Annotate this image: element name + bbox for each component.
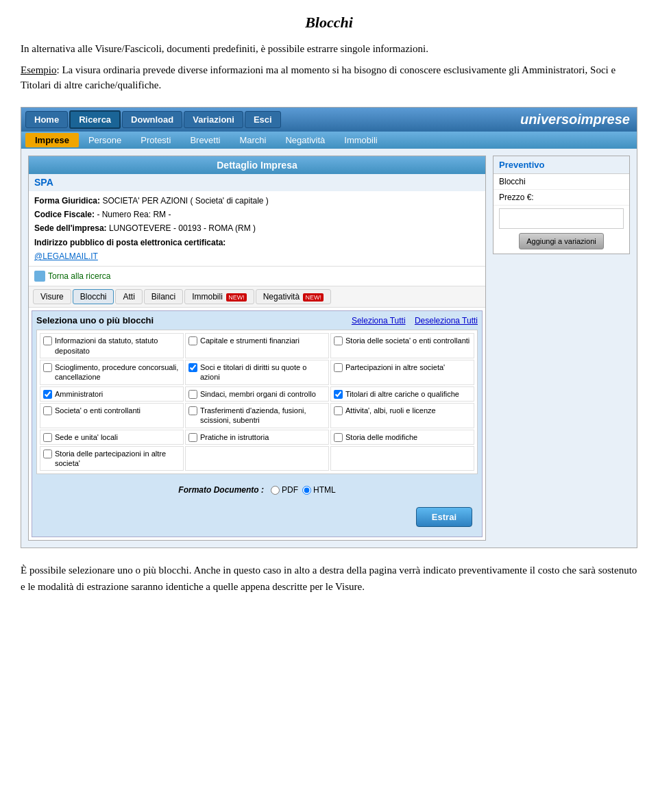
tab-visure[interactable]: Visure bbox=[33, 289, 71, 304]
format-pdf-radio[interactable] bbox=[271, 486, 280, 495]
estrai-button[interactable]: Estrai bbox=[416, 507, 472, 527]
select-links: Seleziona Tutti Deseleziona Tutti bbox=[352, 316, 478, 325]
blocchi-check-13[interactable] bbox=[188, 433, 197, 442]
back-link-row: Torna alla ricerca bbox=[29, 267, 485, 286]
blocchi-cell-1: Capitale e strumenti finanziari bbox=[185, 333, 329, 358]
tab-negativita-new-badge: NEW! bbox=[303, 293, 324, 302]
email-row: @LEGALMAIL.IT bbox=[34, 249, 480, 263]
tab-negativita[interactable]: Negatività NEW! bbox=[256, 289, 331, 304]
blocchi-check-4[interactable] bbox=[188, 363, 197, 372]
tab-immobili-label: Immobili bbox=[192, 292, 223, 302]
blocchi-label-7: Sindaci, membri organi di controllo bbox=[200, 389, 316, 399]
sec-nav-brevetti[interactable]: Brevetti bbox=[180, 133, 230, 147]
aggiungi-variazioni-button[interactable]: Aggiungi a variazioni bbox=[519, 233, 604, 249]
blocchi-label-2: Storia delle societa' o enti controllant… bbox=[345, 336, 470, 345]
blocchi-cell-12: Sede e unita' locali bbox=[40, 430, 184, 445]
sec-nav-persone[interactable]: Persone bbox=[79, 133, 131, 147]
nav-variazioni-button[interactable]: Variazioni bbox=[184, 111, 243, 128]
blocchi-grid: Informazioni da statuto, statuto deposit… bbox=[36, 330, 478, 474]
app-frame: Home Ricerca Download Variazioni Esci un… bbox=[21, 107, 637, 549]
preventivo-prezzo-row: Prezzo €: bbox=[494, 190, 629, 206]
blocchi-label-4: Soci e titolari di diritti su quote o az… bbox=[200, 362, 326, 382]
logo-imprese: imprese bbox=[577, 112, 630, 127]
blocchi-cell-13: Pratiche in istruttoria bbox=[185, 430, 329, 445]
blocchi-check-10[interactable] bbox=[188, 406, 197, 415]
blocchi-cell-11: Attivita', albi, ruoli e licenze bbox=[330, 403, 474, 428]
blocchi-cell-9: Societa' o enti controllanti bbox=[40, 403, 184, 428]
blocchi-check-15[interactable] bbox=[43, 450, 52, 458]
intro-text-1: In alternativa alle Visure/Fascicoli, do… bbox=[21, 41, 637, 57]
blocchi-check-12[interactable] bbox=[43, 433, 52, 442]
blocchi-label-13: Pratiche in istruttoria bbox=[200, 432, 269, 442]
select-all-link[interactable]: Seleziona Tutti bbox=[352, 316, 406, 325]
forma-giuridica-row: Forma Giuridica: SOCIETA' PER AZIONI ( S… bbox=[34, 194, 480, 208]
sec-nav-immobili[interactable]: Immobili bbox=[334, 133, 387, 147]
blocchi-label-15: Storia delle partecipazioni in altre soc… bbox=[55, 449, 180, 469]
blocchi-check-8[interactable] bbox=[334, 390, 343, 399]
blocchi-header: Seleziona uno o più blocchi Seleziona Tu… bbox=[36, 315, 478, 325]
deselect-all-link[interactable]: Deseleziona Tutti bbox=[415, 316, 478, 325]
email-link[interactable]: @LEGALMAIL.IT bbox=[34, 251, 98, 261]
logo-text: universoimprese bbox=[520, 112, 630, 127]
blocchi-cell-5: Partecipazioni in altre societa' bbox=[330, 360, 474, 385]
tab-immobili[interactable]: Immobili NEW! bbox=[184, 289, 254, 304]
left-panel: Dettaglio Impresa SPA Forma Giuridica: S… bbox=[28, 156, 486, 541]
blocchi-check-7[interactable] bbox=[188, 390, 197, 399]
nav-esci-button[interactable]: Esci bbox=[245, 111, 281, 128]
numero-rea-label: - Numero Rea: bbox=[97, 210, 151, 219]
page-title: Blocchi bbox=[21, 14, 637, 32]
nav-download-button[interactable]: Download bbox=[122, 111, 182, 128]
back-link[interactable]: Torna alla ricerca bbox=[48, 271, 110, 281]
tab-bilanci[interactable]: Bilanci bbox=[144, 289, 183, 304]
blocchi-check-3[interactable] bbox=[43, 363, 52, 372]
blocchi-cell-3: Scioglimento, procedure concorsuali, can… bbox=[40, 360, 184, 385]
blocchi-label-11: Attivita', albi, ruoli e licenze bbox=[345, 406, 436, 415]
sede-val: LUNGOTEVERE bbox=[109, 223, 171, 233]
blocchi-check-11[interactable] bbox=[334, 406, 343, 415]
blocchi-check-6[interactable] bbox=[43, 390, 52, 399]
format-pdf-text: PDF bbox=[282, 485, 298, 495]
blocchi-check-14[interactable] bbox=[334, 433, 343, 442]
logo-universo: universo bbox=[520, 112, 577, 127]
intro-example-label: Esempio bbox=[21, 64, 57, 75]
sec-nav-marchi[interactable]: Marchi bbox=[230, 133, 276, 147]
tab-atti[interactable]: Atti bbox=[115, 289, 142, 304]
forma-label: Forma Giuridica: bbox=[34, 196, 100, 206]
codice-row: Codice Fiscale: - Numero Rea: RM - bbox=[34, 208, 480, 221]
blocchi-cell-10: Trasferimenti d'azienda, fusioni, scissi… bbox=[185, 403, 329, 428]
logo-area: universoimprese bbox=[520, 112, 637, 127]
blocchi-area: Seleziona uno o più blocchi Seleziona Tu… bbox=[32, 310, 483, 537]
nav-home-button[interactable]: Home bbox=[25, 111, 68, 128]
blocchi-label-10: Trasferimenti d'azienda, fusioni, scissi… bbox=[200, 406, 326, 426]
sec-nav-protesti[interactable]: Protesti bbox=[131, 133, 180, 147]
blocchi-cell-0: Informazioni da statuto, statuto deposit… bbox=[40, 333, 184, 358]
intro-text-2-content: : La visura ordinaria prevede diverse in… bbox=[21, 64, 616, 91]
numero-rea-val: RM - bbox=[153, 210, 171, 219]
blocchi-check-9[interactable] bbox=[43, 406, 52, 415]
sec-nav-imprese[interactable]: Imprese bbox=[25, 133, 79, 147]
preventivo-box: Preventivo Blocchi Prezzo €: Aggiungi a … bbox=[493, 156, 630, 254]
nav-ricerca-button[interactable]: Ricerca bbox=[69, 110, 121, 129]
second-nav: Imprese Persone Protesti Brevetti Marchi… bbox=[21, 132, 637, 149]
blocchi-label-8: Titolari di altre cariche o qualifiche bbox=[345, 389, 459, 399]
format-html-label[interactable]: HTML bbox=[302, 485, 336, 495]
format-pdf-label[interactable]: PDF bbox=[271, 485, 298, 495]
format-html-radio[interactable] bbox=[302, 486, 311, 495]
blocchi-area-title: Seleziona uno o più blocchi bbox=[36, 315, 154, 325]
indirizzo-label: Indirizzo pubblico di posta elettronica … bbox=[34, 238, 226, 247]
blocchi-check-2[interactable] bbox=[334, 336, 343, 345]
blocchi-label-6: Amministratori bbox=[55, 389, 103, 399]
blocchi-label-1: Capitale e strumenti finanziari bbox=[200, 336, 300, 345]
blocchi-check-1[interactable] bbox=[188, 336, 197, 345]
top-nav: Home Ricerca Download Variazioni Esci un… bbox=[21, 108, 637, 132]
preventivo-blocchi-label: Blocchi bbox=[499, 177, 526, 186]
blocchi-check-0[interactable] bbox=[43, 336, 52, 345]
codice-label: Codice Fiscale: bbox=[34, 210, 95, 219]
footer-text: È possibile selezionare uno o più blocch… bbox=[21, 562, 637, 595]
format-label: Formato Documento : bbox=[178, 485, 264, 495]
preventivo-prezzo-label: Prezzo €: bbox=[499, 193, 534, 202]
tab-blocchi[interactable]: Blocchi bbox=[73, 289, 114, 304]
blocchi-cell-4: Soci e titolari di diritti su quote o az… bbox=[185, 360, 329, 385]
sec-nav-negativita[interactable]: Negatività bbox=[276, 133, 334, 147]
blocchi-check-5[interactable] bbox=[334, 363, 343, 372]
